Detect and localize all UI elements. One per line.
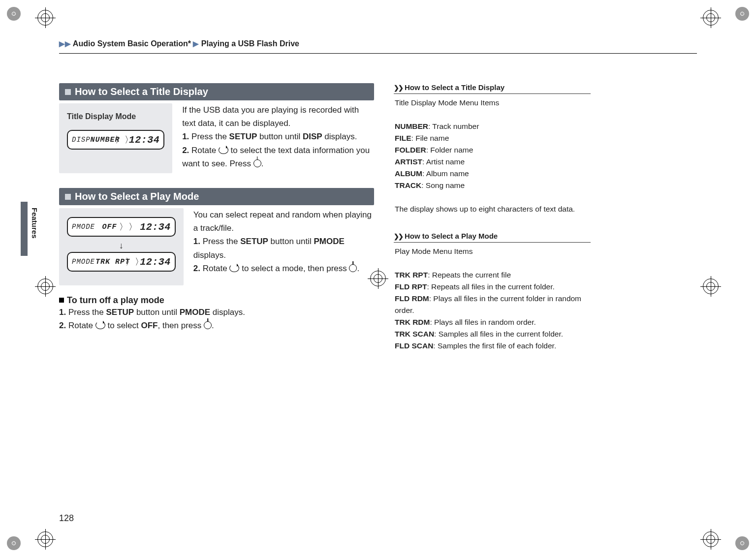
sidebar-intro: Title Display Mode Menu Items: [395, 97, 590, 109]
sidebar-item-key: ALBUM: [395, 169, 422, 178]
signal-icon: 〉〉: [120, 135, 129, 144]
section-tab-bar: [21, 202, 28, 256]
sidebar-item-key: FLD SCAN: [395, 341, 433, 350]
sidebar-item-value: : Repeats all files in the current folde…: [427, 282, 554, 291]
sidebar-intro: Play Mode Menu Items: [395, 246, 590, 257]
press-icon: [349, 264, 357, 272]
sidebar-item-value: : Plays all files in random order.: [430, 318, 536, 326]
sidebar-item-key: FLD RPT: [395, 282, 427, 291]
sidebar-item: FLD SCAN: Samples the first file of each…: [395, 340, 590, 352]
sidebar-item-key: ARTIST: [395, 157, 422, 166]
sidebar-item-key: NUMBER: [395, 122, 428, 130]
illustration-label: Title Display Mode: [67, 112, 164, 121]
lcd-pmode-off: PMODE OFF 〉〉 12:34: [67, 217, 176, 237]
sidebar-item: NUMBER: Track number: [395, 121, 590, 132]
step-2-num: 2.: [182, 146, 189, 155]
sidebar-item-value: : Song name: [421, 181, 465, 189]
section-play-mode: How to Select a Play Mode: [59, 188, 374, 205]
page-content: Features ▶▶ Audio System Basic Operation…: [59, 39, 697, 518]
sidebar-item-key: TRACK: [395, 181, 421, 189]
subsection-marker-icon: [59, 298, 64, 303]
sidebar-title-display: ❯❯How to Select a Title Display Title Di…: [394, 83, 591, 215]
section-title-text: How to Select a Title Display: [75, 86, 208, 97]
rotate-icon: [95, 321, 105, 329]
sidebar-item-key: FILE: [395, 134, 411, 142]
sidebar-item: ALBUM: Album name: [395, 168, 590, 180]
rotate-icon: [219, 146, 228, 154]
breadcrumb-level2: Playing a USB Flash Drive: [201, 39, 299, 48]
sidebar-item-value: : File name: [411, 134, 449, 142]
intro-text: If the USB data you are playing is recor…: [182, 103, 374, 130]
sidebar-item: TRACK: Song name: [395, 180, 590, 191]
step-1-num: 1.: [182, 132, 189, 141]
sidebar-item-value: : Folder name: [426, 146, 473, 154]
section-tab: Features: [30, 207, 40, 240]
transition-arrow-icon: ↓: [67, 241, 176, 251]
sidebar-note: The display shows up to eight characters…: [395, 203, 590, 215]
sidebar-item-key: TRK RDM: [395, 318, 430, 326]
instructions-play-mode: You can select repeat and random when pl…: [193, 208, 374, 285]
sidebar-item: TRK RPT: Repeats the current file: [395, 269, 590, 281]
sidebar-heading: How to Select a Play Mode: [405, 232, 498, 240]
play-mode-illustration: PMODE OFF 〉〉 12:34 ↓ PMODE TRK RPT 〉〉 12…: [59, 208, 184, 285]
section-title-text: How to Select a Play Mode: [75, 191, 199, 202]
sidebar-item-value: : Samples the first file of each folder.: [433, 341, 556, 350]
sidebar-item-value: : Track number: [428, 122, 479, 130]
sidebar-item-value: : Album name: [422, 169, 469, 178]
title-display-illustration: Title Display Mode DISP NUMBER 〉〉 12:34: [59, 103, 172, 173]
sidebar-item: FILE: File name: [395, 132, 590, 144]
signal-icon: 〉〉: [130, 257, 139, 266]
sidebar-item-value: : Samples all files in the current folde…: [434, 330, 563, 338]
page-number: 128: [59, 513, 74, 524]
sidebar-item: TRK RDM: Plays all files in random order…: [395, 316, 590, 328]
lcd-time: 12:34: [129, 134, 160, 146]
sidebar-item: ARTIST: Artist name: [395, 156, 590, 168]
sidebar-item-value: : Artist name: [422, 157, 465, 166]
breadcrumb: ▶▶ Audio System Basic Operation* ▶ Playi…: [59, 39, 697, 54]
instructions-title-display: If the USB data you are playing is recor…: [182, 103, 374, 173]
press-icon: [253, 159, 261, 167]
intro-text: You can select repeat and random when pl…: [193, 208, 374, 235]
lcd-display-title: DISP NUMBER 〉〉 12:34: [67, 130, 164, 150]
sidebar-item: TRK SCAN: Samples all files in the curre…: [395, 328, 590, 340]
section-title-display: How to Select a Title Display: [59, 83, 374, 100]
sidebar-item: FOLDER: Folder name: [395, 144, 590, 156]
sidebar-item-key: TRK SCAN: [395, 330, 434, 338]
sidebar-item-key: FLD RDM: [395, 294, 429, 303]
breadcrumb-arrow-2: ▶: [193, 39, 199, 48]
signal-icon: 〉〉: [124, 222, 133, 231]
section-marker-icon: [65, 194, 71, 200]
sidebar-item-value: : Repeats the current file: [428, 271, 511, 279]
instructions-turn-off: 1. Press the SETUP button until PMODE di…: [59, 306, 374, 332]
sidebar-item: FLD RPT: Repeats all files in the curren…: [395, 281, 590, 293]
lcd-pmode-trk-rpt: PMODE TRK RPT 〉〉 12:34: [67, 252, 176, 272]
rotate-icon: [229, 264, 239, 272]
sidebar-item: FLD RDM: Plays all files in the current …: [395, 293, 590, 316]
section-marker-icon: [65, 89, 71, 95]
breadcrumb-level1: Audio System Basic Operation*: [73, 39, 191, 48]
sidebar-item-key: FOLDER: [395, 146, 426, 154]
subsection-turn-off: To turn off a play mode: [59, 295, 374, 306]
lcd-left: DISP: [72, 136, 91, 144]
sidebar-item-key: TRK RPT: [395, 271, 428, 279]
sidebar-play-mode: ❯❯How to Select a Play Mode Play Mode Me…: [394, 232, 591, 352]
sidebar-heading: How to Select a Title Display: [405, 83, 504, 92]
breadcrumb-arrow-1: ▶▶: [59, 39, 71, 48]
press-icon: [204, 321, 212, 329]
